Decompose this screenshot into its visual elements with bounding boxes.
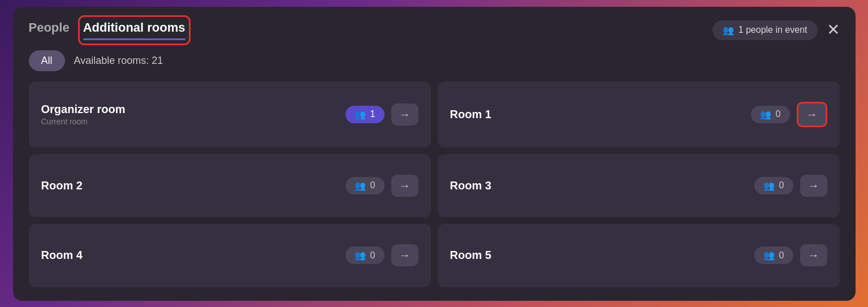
room-name-room1: Room 1 (450, 108, 491, 121)
count-badge-room4: 👥 0 (346, 247, 385, 264)
enter-button-organizer[interactable]: → (391, 103, 418, 126)
enter-button-room5[interactable]: → (800, 244, 827, 266)
count-badge-icon-room2: 👥 (355, 180, 366, 191)
tab-people[interactable]: People (29, 20, 70, 40)
room-actions-room3: 👥 0 → (754, 175, 827, 197)
room-actions-room5: 👥 0 → (754, 244, 827, 266)
room-card-room1: Room 1 👥 0 → (438, 81, 840, 148)
count-badge-organizer: 👥 1 (346, 106, 385, 123)
filter-row: All Available rooms: 21 (29, 50, 840, 71)
room-card-room3: Room 3 👥 0 → (438, 154, 840, 217)
room-name-organizer: Organizer room (41, 103, 126, 116)
main-panel: People Additional rooms 👥 1 people in ev… (13, 7, 856, 301)
room-card-organizer: Organizer room Current room 👥 1 → (29, 81, 431, 148)
header: People Additional rooms 👥 1 people in ev… (29, 20, 840, 40)
room-card-room4: Room 4 👥 0 → (29, 224, 431, 287)
room-info-room4: Room 4 (41, 249, 83, 262)
count-badge-icon-room3: 👥 (763, 180, 775, 191)
count-room4: 0 (370, 250, 375, 261)
room-sub-organizer: Current room (41, 117, 126, 126)
count-room3: 0 (779, 180, 784, 191)
count-organizer: 1 (370, 109, 375, 119)
all-filter-button[interactable]: All (29, 50, 65, 71)
enter-button-room2[interactable]: → (391, 175, 418, 197)
tab-additional-rooms[interactable]: Additional rooms (83, 20, 185, 40)
available-rooms-label: Available rooms: 21 (74, 55, 163, 67)
room-name-room5: Room 5 (450, 249, 491, 262)
count-badge-icon-organizer: 👥 (355, 109, 366, 120)
room-info-room1: Room 1 (450, 108, 491, 121)
enter-button-room3[interactable]: → (800, 175, 827, 197)
count-badge-icon-room5: 👥 (763, 250, 775, 261)
room-card-room5: Room 5 👥 0 → (438, 224, 840, 287)
close-button[interactable]: ✕ (827, 22, 840, 38)
room-card-room2: Room 2 👥 0 → (29, 154, 431, 217)
room-actions-room1: 👥 0 → (751, 102, 827, 127)
count-badge-room2: 👥 0 (346, 177, 385, 194)
count-badge-room5: 👥 0 (754, 247, 793, 264)
enter-button-room1[interactable]: → (797, 102, 827, 127)
room-name-room2: Room 2 (41, 179, 83, 192)
tab-bar: People Additional rooms (29, 20, 185, 40)
count-badge-room1: 👥 0 (751, 106, 790, 123)
enter-button-room4[interactable]: → (391, 244, 418, 266)
count-room5: 0 (779, 250, 784, 261)
count-badge-icon-room1: 👥 (760, 109, 771, 120)
count-room2: 0 (370, 180, 375, 191)
room-actions-room4: 👥 0 → (346, 244, 418, 266)
rooms-grid: Organizer room Current room 👥 1 → Room 1… (29, 81, 840, 287)
header-right: 👥 1 people in event ✕ (712, 20, 840, 40)
people-in-event-icon: 👥 (723, 25, 734, 36)
room-name-room4: Room 4 (41, 249, 83, 262)
room-actions-room2: 👥 0 → (346, 175, 418, 197)
count-badge-icon-room4: 👥 (355, 250, 366, 261)
people-in-event-label: 1 people in event (739, 25, 807, 35)
room-info-room2: Room 2 (41, 179, 83, 192)
count-badge-room3: 👥 0 (754, 177, 793, 194)
room-info-organizer: Organizer room Current room (41, 103, 126, 126)
room-info-room3: Room 3 (450, 179, 491, 192)
room-name-room3: Room 3 (450, 179, 491, 192)
count-room1: 0 (776, 109, 781, 119)
room-info-room5: Room 5 (450, 249, 491, 262)
people-in-event-button[interactable]: 👥 1 people in event (712, 20, 818, 40)
room-actions-organizer: 👥 1 → (346, 103, 418, 126)
